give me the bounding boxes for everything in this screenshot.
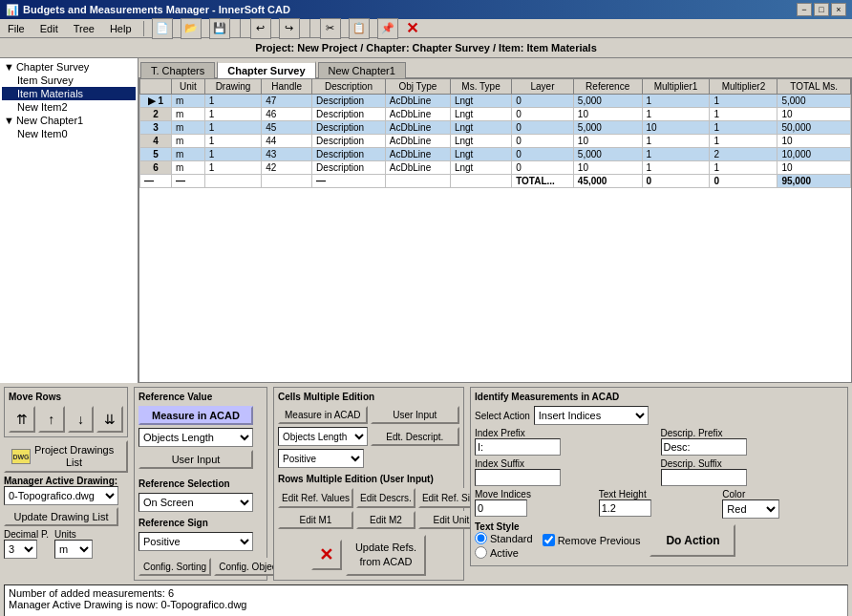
move-indices-input[interactable] bbox=[475, 499, 527, 517]
config-sorting-button[interactable]: Config. Sorting bbox=[138, 558, 211, 576]
reference-value-label: Reference Value bbox=[138, 392, 263, 402]
text-style-label: Text Style bbox=[475, 521, 533, 532]
cells-multiple-label: Cells Multiple Edition bbox=[278, 392, 459, 402]
cells-multiple-edition-panel: Cells Multiple Edition Measure in ACAD U… bbox=[273, 387, 464, 581]
tree-item-item-materials[interactable]: Item Materials bbox=[2, 87, 136, 100]
open-button[interactable]: 📂 bbox=[181, 18, 202, 39]
save-button[interactable]: 💾 bbox=[209, 18, 230, 39]
edt-descript-button[interactable]: Edt. Descript. bbox=[371, 427, 460, 446]
menu-tree[interactable]: Tree bbox=[70, 22, 98, 35]
text-style-radios: Standard Active bbox=[475, 532, 533, 559]
measure-in-acad-ref-button[interactable]: Measure in ACAD bbox=[138, 406, 253, 425]
select-action-select[interactable]: Insert Indices Remove Indices bbox=[534, 406, 649, 425]
project-drawings-button[interactable]: DWG Project Drawings List bbox=[4, 440, 128, 473]
move-top-button[interactable]: ⇈ bbox=[9, 406, 35, 433]
move-indices-label: Move Indices bbox=[475, 489, 596, 499]
radio-active[interactable] bbox=[475, 546, 487, 559]
text-height-input[interactable] bbox=[599, 499, 651, 517]
select-action-label: Select Action bbox=[475, 411, 530, 421]
move-up-button[interactable]: ↑ bbox=[38, 406, 65, 433]
col-header-description: Description bbox=[312, 79, 386, 95]
descrip-suffix-input[interactable] bbox=[661, 469, 747, 486]
menu-file[interactable]: File bbox=[4, 22, 29, 35]
project-path: Project: New Project / Chapter: Chapter … bbox=[255, 42, 597, 53]
descrip-prefix-input[interactable] bbox=[661, 438, 747, 456]
table-row[interactable]: 3m145DescriptionAcDbLineLngt05,00010150,… bbox=[140, 121, 851, 135]
edit-m1-button[interactable]: Edit M1 bbox=[278, 511, 353, 529]
tab-chapter-survey[interactable]: Chapter Survey bbox=[217, 61, 315, 78]
menu-bar: File Edit Tree Help 📄 📂 💾 ↩ ↪ ✂ 📋 📌 ✕ bbox=[0, 19, 852, 38]
cut-button[interactable]: ✂ bbox=[320, 18, 341, 39]
status-line1: Number of added measurements: 6 bbox=[9, 587, 843, 599]
move-down-button[interactable]: ↓ bbox=[68, 406, 95, 433]
table-row[interactable]: 4m144DescriptionAcDbLineLngt0101110 bbox=[140, 135, 851, 148]
index-suffix-input[interactable] bbox=[475, 469, 561, 486]
radio-standard[interactable] bbox=[475, 532, 487, 544]
cells-positive-select[interactable]: Positive Negative bbox=[278, 449, 364, 468]
manager-drawing-section: Manager Active Drawing: 0-Topografico.dw… bbox=[4, 476, 128, 526]
update-drawing-list-button[interactable]: Update Drawing List bbox=[4, 507, 118, 526]
menu-edit[interactable]: Edit bbox=[36, 22, 62, 35]
cells-objects-select[interactable]: Objects Length Objects Area bbox=[278, 427, 368, 446]
col-header-total: TOTAL Ms. bbox=[777, 79, 851, 95]
copy-button[interactable]: 📋 bbox=[349, 18, 370, 39]
paste-button[interactable]: 📌 bbox=[377, 18, 398, 39]
decimal-p-label: Decimal P. bbox=[4, 529, 49, 540]
title-bar-text: Budgets and Measurements Manager - Inner… bbox=[23, 4, 290, 15]
redo-button[interactable]: ↪ bbox=[279, 18, 300, 39]
data-table[interactable]: Unit Drawing Handle Description Obj Type… bbox=[138, 77, 852, 383]
color-select[interactable]: RedGreenBlue bbox=[722, 499, 779, 519]
ref-sign-select[interactable]: Positive Negative bbox=[138, 532, 253, 551]
radio-active-label[interactable]: Active bbox=[475, 546, 533, 559]
do-action-button[interactable]: Do Action bbox=[650, 524, 735, 557]
maximize-button[interactable]: □ bbox=[814, 3, 829, 16]
index-prefix-input[interactable] bbox=[475, 438, 561, 456]
menu-help[interactable]: Help bbox=[106, 22, 136, 35]
units-select[interactable]: mcmmm bbox=[54, 540, 93, 559]
expand-icon: ▼ bbox=[4, 61, 14, 73]
edit-m2-button[interactable]: Edit M2 bbox=[356, 511, 415, 529]
delete-button[interactable]: ✕ bbox=[406, 19, 418, 37]
tabs-bar: T. Chapters Chapter Survey New Chapter1 bbox=[138, 58, 852, 77]
close-button[interactable]: × bbox=[831, 3, 846, 16]
tree-item-chapter-survey[interactable]: ▼ Chapter Survey bbox=[2, 60, 136, 74]
col-header-reference: Reference bbox=[573, 79, 642, 95]
index-suffix-label: Index Suffix bbox=[475, 458, 658, 469]
remove-previous-checkbox[interactable] bbox=[543, 534, 555, 546]
new-button[interactable]: 📄 bbox=[152, 18, 173, 39]
radio-standard-label[interactable]: Standard bbox=[475, 532, 533, 544]
minimize-button[interactable]: − bbox=[797, 3, 812, 16]
tree-item-new-item2[interactable]: New Item2 bbox=[2, 100, 136, 114]
manager-drawing-select[interactable]: 0-Topografico.dwg bbox=[4, 486, 118, 505]
table-row[interactable]: 6m142DescriptionAcDbLineLngt0101110 bbox=[140, 161, 851, 175]
decimal-p-select[interactable]: 324 bbox=[4, 540, 37, 559]
table-row[interactable]: 2m146DescriptionAcDbLineLngt0101110 bbox=[140, 108, 851, 121]
undo-button[interactable]: ↩ bbox=[250, 18, 271, 39]
move-bottom-button[interactable]: ⇊ bbox=[96, 406, 123, 433]
tab-t-chapters[interactable]: T. Chapters bbox=[140, 62, 215, 78]
col-header-handle: Handle bbox=[262, 79, 312, 95]
edit-ref-values-button[interactable]: Edit Ref. Values bbox=[278, 488, 353, 508]
update-refs-button[interactable]: Update Refs. from ACAD bbox=[346, 535, 426, 576]
remove-previous-label[interactable]: Remove Previous bbox=[543, 534, 641, 546]
reference-value-panel: Reference Value Measure in ACAD Objects … bbox=[134, 387, 267, 581]
table-row[interactable]: ▶ 1m147DescriptionAcDbLineLngt05,000115,… bbox=[140, 95, 851, 108]
tree-item-item-survey[interactable]: Item Survey bbox=[2, 74, 136, 87]
total-row: ———TOTAL...45,0000095,000 bbox=[140, 175, 851, 188]
manager-drawing-label: Manager Active Drawing: bbox=[4, 476, 128, 486]
tree-item-new-chapter1[interactable]: ▼ New Chapter1 bbox=[2, 114, 136, 127]
tree-item-label: Chapter Survey bbox=[16, 61, 89, 73]
tab-new-chapter1[interactable]: New Chapter1 bbox=[318, 62, 406, 78]
user-input-ref-button[interactable]: User Input bbox=[138, 450, 253, 469]
user-input-cells-button[interactable]: User Input bbox=[371, 406, 460, 424]
ref-selection-select[interactable]: On Screen From List bbox=[138, 493, 253, 512]
objects-length-select[interactable]: Objects Length Objects Area bbox=[138, 428, 253, 447]
tree-item-new-item0[interactable]: New Item0 bbox=[2, 127, 136, 140]
controls-row: Move Rows ⇈ ↑ ↓ ⇊ DWG Project Drawings L… bbox=[4, 387, 848, 581]
col-header-num bbox=[140, 79, 172, 95]
remove-button[interactable]: ✕ bbox=[311, 540, 342, 570]
edit-descrs-button[interactable]: Edit Descrs. bbox=[356, 488, 415, 508]
measure-acad-cells-button[interactable]: Measure in ACAD bbox=[278, 406, 368, 424]
table-row[interactable]: 5m143DescriptionAcDbLineLngt05,0001210,0… bbox=[140, 148, 851, 161]
title-bar: 📊 Budgets and Measurements Manager - Inn… bbox=[0, 0, 852, 19]
